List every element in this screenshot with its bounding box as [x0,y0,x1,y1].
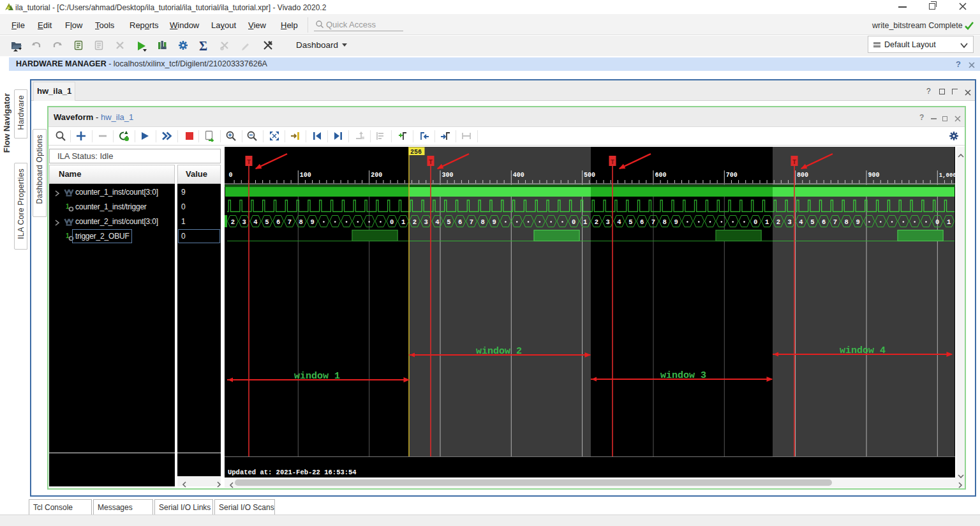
svg-text:400: 400 [513,172,524,179]
svg-text:1: 1 [947,218,951,226]
svg-text:3: 3 [242,218,246,226]
svg-text:2: 2 [595,218,598,226]
svg-text:9: 9 [310,218,314,226]
svg-text:window 2: window 2 [476,346,522,357]
svg-text:1: 1 [583,218,587,226]
svg-text:7: 7 [470,218,473,226]
svg-text:300: 300 [442,172,454,179]
svg-text:T: T [247,159,251,166]
svg-text:9: 9 [492,218,496,226]
svg-text:3: 3 [424,218,428,226]
svg-text:100: 100 [300,172,311,179]
svg-text:4: 4 [435,218,439,226]
svg-text:T: T [611,159,614,166]
svg-text:5: 5 [447,218,450,226]
svg-text:window 3: window 3 [660,370,706,381]
svg-text:4: 4 [799,218,803,226]
svg-text:1: 1 [401,218,405,226]
svg-text:T: T [429,159,433,166]
svg-text:4: 4 [253,218,257,226]
svg-text:5: 5 [265,218,269,226]
svg-text:900: 900 [868,172,880,179]
svg-text:9: 9 [674,218,678,226]
svg-text:8: 8 [845,218,849,226]
svg-text:6: 6 [276,218,280,226]
svg-text:3: 3 [788,218,792,226]
svg-text:8: 8 [663,218,667,226]
svg-text:0: 0 [390,218,394,226]
svg-text:T: T [792,159,796,166]
svg-text:window 1: window 1 [294,371,340,382]
svg-text:500: 500 [584,172,595,179]
svg-text:9: 9 [856,218,859,226]
svg-text:6: 6 [822,218,826,226]
svg-text:0: 0 [935,218,939,226]
svg-text:window 4: window 4 [840,345,886,356]
svg-text:5: 5 [810,218,814,226]
svg-text:1,000: 1,000 [939,172,955,179]
svg-text:1: 1 [765,218,769,226]
svg-text:600: 600 [655,172,667,179]
svg-text:800: 800 [797,172,808,179]
svg-text:2: 2 [776,218,780,226]
svg-text:3: 3 [606,218,610,226]
svg-text:700: 700 [726,172,738,179]
svg-text:0: 0 [572,218,575,226]
svg-text:8: 8 [481,218,485,226]
svg-text:4: 4 [617,218,621,226]
svg-text:256: 256 [410,149,422,156]
svg-text:0: 0 [229,172,233,179]
svg-text:200: 200 [371,172,382,179]
svg-text:0: 0 [754,218,757,226]
svg-text:2: 2 [231,218,235,226]
svg-text:7: 7 [651,218,655,226]
svg-text:7: 7 [288,218,292,226]
svg-text:5: 5 [628,218,632,226]
svg-text:8: 8 [299,218,303,226]
svg-text:6: 6 [458,218,462,226]
svg-text:2: 2 [413,218,417,226]
svg-text:6: 6 [640,218,644,226]
svg-text:7: 7 [833,218,837,226]
